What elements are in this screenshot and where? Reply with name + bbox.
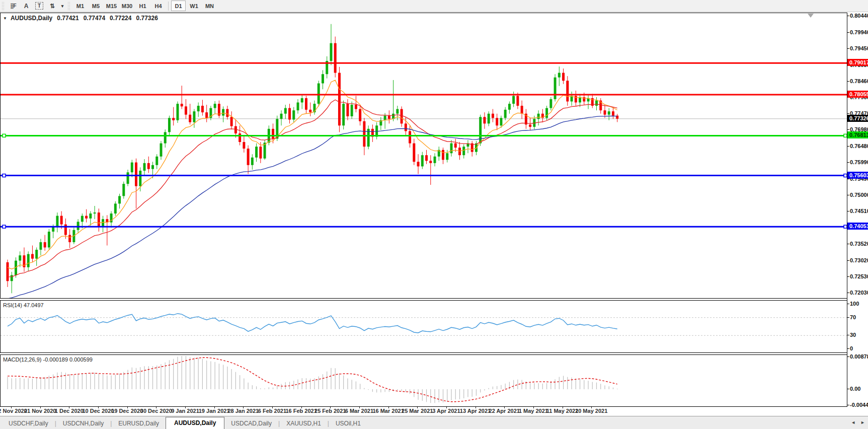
candle-body: [417, 162, 420, 166]
price-tick-label: 0.78460: [850, 78, 868, 84]
candle-body: [512, 96, 515, 104]
symbol-tab-bar: USDCHF,Daily|USDCNH,Daily|EURUSD,DailyAU…: [0, 416, 868, 429]
date-label: 11 May 2021: [546, 408, 579, 414]
timeframe-button-MN[interactable]: MN: [202, 1, 217, 11]
toolbar-grip[interactable]: [2, 2, 5, 11]
price-axis[interactable]: 0.804400.799400.794500.789500.784600.779…: [847, 13, 868, 407]
price-tick-label: 0.79940: [850, 29, 868, 35]
candle-body: [388, 116, 390, 119]
candle-body: [168, 118, 171, 132]
text-label-icon[interactable]: A: [20, 1, 32, 11]
candle-body: [135, 163, 137, 186]
tab-USDCHF-Daily[interactable]: USDCHF,Daily: [2, 418, 55, 429]
candle-body: [151, 165, 154, 169]
candle-body: [492, 114, 494, 118]
candle-body: [143, 163, 146, 171]
rsi-tick-label: 30: [850, 332, 856, 338]
dropdown-caret-icon[interactable]: ▾: [59, 1, 65, 11]
timeframe-button-W1[interactable]: W1: [187, 1, 201, 11]
candle-body: [27, 254, 30, 267]
tab-USDCAD-Daily[interactable]: USDCAD,Daily: [224, 418, 278, 429]
candle-body: [118, 196, 121, 203]
rsi-line: [8, 314, 617, 333]
line-handle[interactable]: [3, 174, 6, 177]
candlestick-chart[interactable]: [1, 13, 847, 298]
candle-body: [214, 104, 216, 108]
toolbar-grip-2[interactable]: [67, 2, 71, 11]
candle-body: [44, 242, 46, 247]
candle-body: [259, 147, 262, 159]
timeframe-button-M5[interactable]: M5: [89, 1, 103, 11]
chart-grid-f-icon[interactable]: ⣿F: [7, 1, 19, 11]
main-chart-panel[interactable]: ▼ AUDUSD,Daily 0.77421 0.77474 0.77224 0…: [0, 13, 847, 299]
date-label: 1 Dec 2020: [55, 408, 84, 414]
candle-body: [595, 101, 598, 106]
candle-body: [359, 109, 361, 121]
text-box-icon[interactable]: T: [33, 1, 45, 11]
chart-title: ▼ AUDUSD,Daily 0.77421 0.77474 0.77224 0…: [3, 15, 158, 22]
price-tick-mark: [847, 48, 849, 49]
candle-body: [94, 212, 96, 213]
macd-chart: [1, 355, 847, 406]
date-label: 30 Dec 2020: [140, 408, 172, 414]
timeframe-button-H1[interactable]: H1: [135, 1, 150, 11]
timeframe-button-M30[interactable]: M30: [120, 1, 134, 11]
price-tick-mark: [847, 16, 849, 16]
timeframe-button-D1[interactable]: D1: [171, 1, 186, 11]
ohlc-low: 0.77224: [110, 15, 131, 22]
timeframe-button-M15[interactable]: M15: [104, 1, 119, 11]
candle-body: [56, 216, 58, 227]
candle-body: [19, 255, 21, 260]
candle-body: [297, 102, 299, 110]
candle-body: [172, 118, 175, 120]
candle-body: [334, 43, 337, 73]
candle-body: [549, 99, 552, 108]
candle-body: [342, 104, 345, 125]
candle-body: [197, 106, 200, 111]
candle-body: [243, 142, 245, 149]
slow-ma-line: [8, 116, 617, 299]
price-tick-mark: [847, 260, 849, 261]
candle-body: [255, 147, 258, 158]
candle-body: [330, 43, 332, 61]
tab-EURUSD-Daily[interactable]: EURUSD,Daily: [112, 418, 166, 429]
tab-USDCNH-Daily[interactable]: USDCNH,Daily: [56, 418, 110, 429]
candle-body: [77, 222, 80, 230]
rsi-tick-mark: [847, 317, 849, 318]
price-tick-mark: [847, 113, 849, 114]
rsi-panel[interactable]: RSI(14) 47.0497: [0, 300, 847, 353]
candle-body: [272, 129, 274, 139]
macd-tick-label: 0.008782: [850, 353, 868, 360]
tab-XAUUSD-H1[interactable]: XAUUSD,H1: [280, 418, 328, 429]
line-handle[interactable]: [3, 134, 6, 137]
candle-body: [603, 110, 606, 115]
date-label: 9 Jan 2021: [171, 408, 199, 414]
level-price-badge: 0.75603: [847, 172, 868, 179]
macd-panel[interactable]: MACD(12,26,9) -0.000189 0.000599: [0, 354, 847, 407]
top-toolbar: ⣿F A T ⇅ ▾ M1M5M15M30H1H4D1W1MN: [0, 0, 868, 12]
price-tick-label: 0.72530: [850, 273, 868, 279]
candle-body: [102, 219, 104, 227]
date-label: 16 Mar 2021: [372, 408, 404, 414]
price-tick-mark: [847, 244, 849, 244]
candle-body: [89, 213, 92, 219]
chart-shift-marker[interactable]: [808, 14, 814, 18]
level-price-badge: 0.74051: [847, 223, 868, 230]
rsi-tick-mark: [847, 304, 849, 304]
timeframe-button-M1[interactable]: M1: [73, 1, 88, 11]
candle-body: [52, 227, 54, 232]
tab-scroll-right-icon[interactable]: ►: [860, 420, 865, 425]
line-handle[interactable]: [3, 225, 6, 228]
candle-body: [442, 150, 444, 160]
timeframe-button-H4[interactable]: H4: [151, 1, 166, 11]
candle-body: [11, 275, 13, 281]
tab-scrollers: ◄ ►: [851, 420, 865, 425]
candle-body: [155, 157, 158, 165]
candle-body: [185, 106, 187, 114]
date-axis[interactable]: 12 Nov 202021 Nov 20201 Dec 202010 Dec 2…: [0, 407, 847, 415]
tab-AUDUSD-Daily[interactable]: AUDUSD,Daily: [166, 417, 224, 429]
tab-USOil-H1[interactable]: USOil,H1: [329, 418, 367, 429]
cursor-tools-icon[interactable]: ⇅: [46, 1, 58, 11]
tab-scroll-left-icon[interactable]: ◄: [851, 420, 855, 425]
candle-body: [516, 96, 519, 106]
